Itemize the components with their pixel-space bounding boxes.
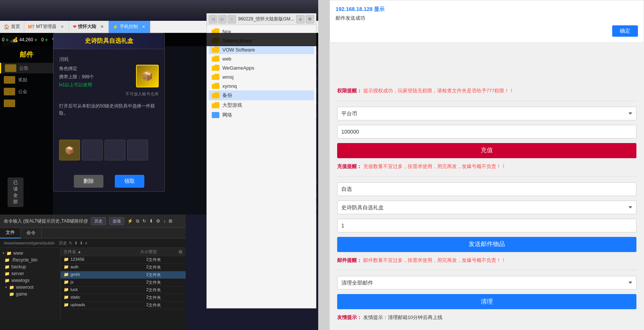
tab-qinghuai-close[interactable]: ✕ — [99, 24, 105, 30]
terminal-history-button[interactable]: 历史 — [91, 217, 106, 225]
path-btn-4[interactable]: ⬇ — [80, 241, 83, 246]
clean-button[interactable]: 清理 — [337, 294, 636, 309]
terminal-options-button[interactable]: 选项 — [109, 217, 124, 225]
auth-notice: 权限提醒： 提示授权成功，玩家登陆无权限，请检查文件夹是否给予777权限！！ — [337, 87, 636, 95]
recharge-section: 平台币 元宝 金币 充值 充值提醒： 充值数量不宜过多，按需求使用，用完再发，发… — [337, 107, 636, 171]
file-row-auth[interactable]: 📁auth 2 文件夹 — [61, 264, 186, 271]
path-btn-3[interactable]: ⬆ — [74, 241, 78, 246]
mail-category-announcement[interactable]: 公告 — [0, 63, 53, 73]
popup-no-storage: 不可放入账号仓库 — [59, 91, 159, 97]
tree-item-server[interactable]: 📁 server — [0, 270, 60, 277]
ip-confirm-button[interactable]: 确定 — [612, 25, 638, 37]
mail-category-guild[interactable]: 公会 — [0, 86, 53, 97]
path-btn-5[interactable]: ≡ — [85, 241, 87, 245]
col-size-header[interactable]: 大小 — [133, 249, 148, 255]
mail-label-input[interactable] — [337, 182, 636, 196]
tree-item-recycle[interactable]: 📁 .Recycle_bin — [0, 257, 60, 263]
file-size-js: 2 — [133, 280, 148, 285]
item-popup: 史诗防具自选礼盒 消耗 角色绑定 携带上限：999个 lv1以上可以使用 📦 不… — [53, 33, 165, 192]
file-row-static[interactable]: 📁static 2 文件夹 — [61, 294, 186, 302]
tab-home[interactable]: 🏠 首页 — [0, 21, 24, 33]
file-row-js[interactable]: 📁js 2 文件夹 — [61, 279, 186, 286]
terminal-tab-command[interactable]: 命令 — [21, 228, 42, 238]
read-all-button[interactable]: 已读全部 — [8, 177, 23, 207]
qinghuai-icon: ❤ — [73, 24, 77, 30]
fm-btn-view[interactable]: ≡ — [296, 15, 305, 23]
terminal-tab-file[interactable]: 文件 — [0, 228, 21, 238]
send-mail-button[interactable]: 发送邮件物品 — [337, 237, 636, 252]
terminal-icon-settings[interactable]: ⚙ — [156, 218, 160, 224]
terminal-icon-maximize[interactable]: ⊞ — [169, 218, 172, 224]
mail-item-select-group: 史诗防具自选礼盒 其他物品 — [337, 201, 636, 214]
terminal-icon-refresh[interactable]: ↻ — [142, 218, 146, 224]
network-icon — [212, 112, 219, 118]
file-row-luck[interactable]: 📁luck 2 文件夹 — [61, 286, 186, 294]
folder-icon-game: 📁 — [9, 292, 14, 297]
file-row-gmht[interactable]: 📁gmht 2 文件夹 — [61, 271, 186, 279]
col-name-header[interactable]: 文件名 ▲ — [64, 249, 133, 255]
file-ext-static — [171, 295, 183, 300]
tab-mt-close[interactable]: ✕ — [59, 24, 65, 30]
stat1-add-btn[interactable]: + — [6, 37, 9, 43]
gold-add-btn[interactable]: + — [34, 37, 38, 43]
tab-phone-close[interactable]: ✕ — [141, 24, 146, 30]
mt-icon: MT — [28, 24, 34, 30]
file-size-luck: 2 — [133, 287, 148, 293]
fm-item-web[interactable]: web — [209, 54, 314, 63]
recharge-amount-input[interactable] — [337, 125, 636, 139]
mail-quantity-input[interactable] — [337, 219, 636, 232]
clean-notice-text: 友情提示：清理邮箱10分钟后再上线 — [363, 314, 442, 320]
fm-btn-forward[interactable]: ▷ — [218, 15, 227, 23]
mail-item-select[interactable]: 史诗防具自选礼盒 其他物品 — [337, 201, 636, 214]
tab-qinghuai[interactable]: ❤ 愤怀大陆 ✕ — [69, 21, 109, 33]
fm-btn-settings[interactable]: ⚙ — [306, 15, 314, 23]
popup-delete-button[interactable]: 删除 — [74, 175, 103, 188]
file-type-auth: 文件夹 — [148, 265, 171, 270]
refresh-btn[interactable]: ↻ — [69, 241, 72, 246]
fm-item-backup[interactable]: 备份 — [209, 90, 314, 100]
file-explorer: ▼ 📁 www 📁 .Recycle_bin 📁 backup 📁 server — [0, 248, 186, 319]
col-type-header[interactable]: 类型 — [148, 249, 171, 255]
currency-select[interactable]: 平台币 元宝 金币 — [337, 107, 636, 120]
tree-item-backup[interactable]: 📁 backup — [0, 263, 60, 270]
folder-icon-wwwlogs: 📁 — [5, 278, 10, 283]
mail-notice: 邮件提醒： 邮件数量不宜过多，按需求使用，用完再发，发爆号概不负责！！ — [337, 257, 636, 265]
file-row-123456[interactable]: 📁123456 2 文件夹 — [61, 256, 186, 264]
popup-receive-button[interactable]: 领取 — [115, 175, 144, 188]
fm-item-bigame[interactable]: 大型游戏 — [209, 100, 314, 110]
file-row-uploads[interactable]: 📁uploads 2 文件夹 — [61, 302, 186, 309]
clean-select-group: 清理全部邮件 清理系统邮件 — [337, 276, 636, 290]
mail-category-other[interactable] — [0, 98, 53, 109]
terminal-icon-download[interactable]: ⬇ — [149, 218, 153, 224]
terminal-icon-copy[interactable]: ⧉ — [136, 218, 139, 224]
fm-btn-up[interactable]: ↑ — [228, 15, 236, 23]
tree-item-wwwlogs[interactable]: 📁 wwwlogs — [0, 277, 60, 284]
send-mail-btn-group: 发送邮件物品 — [337, 237, 636, 252]
fm-item-wmsj[interactable]: wmsj — [209, 72, 314, 81]
tree-item-game[interactable]: 📁 game — [0, 291, 60, 297]
recharge-button[interactable]: 充值 — [337, 143, 636, 158]
col-ext-header[interactable]: 修 — [171, 249, 183, 255]
popup-item-slots: 📦 — [59, 140, 159, 160]
fm-item-vow[interactable]: VOW Software — [209, 45, 314, 54]
clean-select[interactable]: 清理全部邮件 清理系统邮件 — [337, 276, 636, 290]
file-size-uploads: 2 — [133, 302, 148, 308]
stat2-value: 0 — [41, 37, 44, 42]
tab-phone[interactable]: ⚡ 手机控制 ✕ — [109, 21, 150, 33]
terminal-icon-arrow-down[interactable]: ↓ — [163, 218, 166, 224]
tab-mt-manager[interactable]: MT MT管理器 ✕ — [24, 21, 69, 33]
fm-btn-back[interactable]: ◁ — [209, 15, 217, 23]
file-size-gmht: 2 — [133, 272, 148, 278]
stat2-add-btn[interactable]: + — [45, 37, 48, 43]
fm-item-vow-label: VOW Software — [222, 47, 255, 53]
popup-title: 史诗防具自选礼盒 — [53, 33, 164, 49]
mail-category-reward[interactable]: 奖励 — [0, 75, 53, 85]
tree-item-www[interactable]: ▼ 📁 www — [0, 250, 60, 257]
fm-item-network[interactable]: 网络 — [209, 110, 314, 120]
tree-item-wwwroot[interactable]: ▼ 📁 wwwroot — [0, 284, 60, 291]
fm-item-wegame[interactable]: WeGameApps — [209, 63, 314, 72]
fm-item-xymnq[interactable]: xymnq — [209, 81, 314, 90]
history-btn[interactable]: 历史 — [59, 240, 67, 246]
recharge-btn-group: 充值 — [337, 143, 636, 158]
file-type-uploads: 文件夹 — [148, 302, 171, 308]
